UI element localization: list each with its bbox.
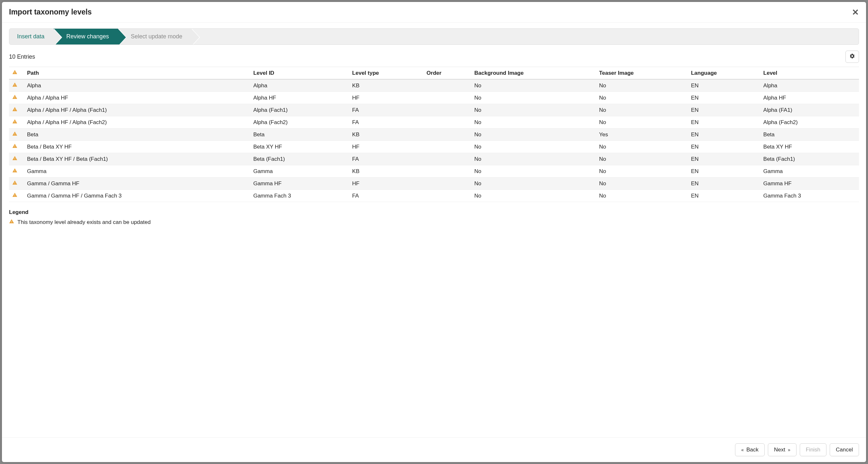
cell-level-id: Alpha (250, 79, 349, 92)
cell-level-type: FA (349, 116, 423, 128)
row-status (9, 116, 24, 128)
table-row[interactable]: BetaBetaKBNoYesENBeta (9, 128, 859, 141)
cell-teaser-image: No (596, 141, 688, 153)
col-bg-image[interactable]: Background Image (471, 67, 596, 80)
next-button-label: Next (774, 446, 785, 453)
modal-body: Insert data Review changes Select update… (2, 23, 866, 437)
cell-teaser-image: No (596, 92, 688, 104)
warning-triangle-icon (12, 119, 18, 125)
wizard-step-review-changes[interactable]: Review changes (54, 29, 118, 45)
col-path[interactable]: Path (24, 67, 250, 80)
cell-bg-image: No (471, 104, 596, 116)
cell-path: Alpha / Alpha HF / Alpha (Fach2) (24, 116, 250, 128)
col-status (9, 67, 24, 80)
cell-language: EN (688, 153, 760, 165)
cell-bg-image: No (471, 92, 596, 104)
cell-language: EN (688, 128, 760, 141)
next-button[interactable]: Next » (768, 443, 797, 456)
table-row[interactable]: Alpha / Alpha HF / Alpha (Fach2)Alpha (F… (9, 116, 859, 128)
cell-bg-image: No (471, 153, 596, 165)
cell-path: Alpha / Alpha HF / Alpha (Fach1) (24, 104, 250, 116)
entries-count: 10 Entries (9, 54, 35, 60)
cell-language: EN (688, 92, 760, 104)
cell-level: Gamma HF (760, 178, 859, 190)
warning-triangle-icon (12, 107, 18, 113)
chevron-right-icon: » (788, 447, 790, 452)
table-row[interactable]: Gamma / Gamma HF / Gamma Fach 3Gamma Fac… (9, 190, 859, 202)
cell-language: EN (688, 190, 760, 202)
col-level-type[interactable]: Level type (349, 67, 423, 80)
modal-title: Import taxonomy levels (9, 8, 92, 17)
cell-language: EN (688, 178, 760, 190)
finish-button: Finish (800, 443, 827, 456)
cancel-button[interactable]: Cancel (830, 443, 859, 456)
row-status (9, 153, 24, 165)
row-status (9, 165, 24, 178)
cell-level-type: HF (349, 92, 423, 104)
warning-triangle-icon (12, 156, 18, 162)
row-status (9, 79, 24, 92)
cell-level: Alpha HF (760, 92, 859, 104)
cell-language: EN (688, 165, 760, 178)
cell-level-type: HF (349, 178, 423, 190)
back-button[interactable]: « Back (735, 443, 765, 456)
wizard-step-label: Select update mode (131, 33, 182, 40)
cell-bg-image: No (471, 116, 596, 128)
cell-path: Gamma (24, 165, 250, 178)
col-order[interactable]: Order (423, 67, 471, 80)
cell-level-type: HF (349, 141, 423, 153)
wizard-step-label: Review changes (66, 33, 109, 40)
cell-level-id: Alpha (Fach2) (250, 116, 349, 128)
cell-bg-image: No (471, 128, 596, 141)
cell-order (423, 178, 471, 190)
col-language[interactable]: Language (688, 67, 760, 80)
col-teaser-image[interactable]: Teaser Image (596, 67, 688, 80)
table-row[interactable]: Beta / Beta XY HFBeta XY HFHFNoNoENBeta … (9, 141, 859, 153)
cell-teaser-image: No (596, 79, 688, 92)
cell-path: Gamma / Gamma HF (24, 178, 250, 190)
legend: Legend This taxonomy level already exist… (9, 209, 859, 226)
table-row[interactable]: Alpha / Alpha HF / Alpha (Fach1)Alpha (F… (9, 104, 859, 116)
cell-path: Beta / Beta XY HF / Beta (Fach1) (24, 153, 250, 165)
cell-level: Gamma (760, 165, 859, 178)
cell-bg-image: No (471, 79, 596, 92)
back-button-label: Back (746, 446, 758, 453)
cell-level: Alpha (760, 79, 859, 92)
cell-order (423, 190, 471, 202)
warning-triangle-icon (12, 83, 18, 89)
close-icon[interactable]: ✕ (852, 8, 859, 17)
table-row[interactable]: AlphaAlphaKBNoNoENAlpha (9, 79, 859, 92)
cell-level-id: Alpha HF (250, 92, 349, 104)
cell-path: Gamma / Gamma HF / Gamma Fach 3 (24, 190, 250, 202)
table-row[interactable]: Beta / Beta XY HF / Beta (Fach1)Beta (Fa… (9, 153, 859, 165)
modal-footer: « Back Next » Finish Cancel (2, 437, 866, 462)
row-status (9, 178, 24, 190)
cell-level-type: FA (349, 190, 423, 202)
warning-triangle-icon (12, 180, 18, 186)
cell-level-type: KB (349, 165, 423, 178)
cell-order (423, 153, 471, 165)
cell-level-id: Gamma HF (250, 178, 349, 190)
wizard-steps: Insert data Review changes Select update… (9, 28, 859, 45)
table-row[interactable]: Gamma / Gamma HFGamma HFHFNoNoENGamma HF (9, 178, 859, 190)
cell-order (423, 141, 471, 153)
cell-teaser-image: No (596, 153, 688, 165)
wizard-step-insert-data[interactable]: Insert data (9, 29, 54, 45)
cell-language: EN (688, 79, 760, 92)
table-settings-button[interactable] (845, 51, 859, 63)
table-row[interactable]: GammaGammaKBNoNoENGamma (9, 165, 859, 178)
cell-teaser-image: No (596, 165, 688, 178)
row-status (9, 128, 24, 141)
cell-path: Alpha / Alpha HF (24, 92, 250, 104)
cell-level-type: FA (349, 153, 423, 165)
cell-order (423, 165, 471, 178)
cell-level: Beta (Fach1) (760, 153, 859, 165)
wizard-step-label: Insert data (17, 33, 44, 40)
col-level[interactable]: Level (760, 67, 859, 80)
cell-teaser-image: Yes (596, 128, 688, 141)
warning-triangle-icon (12, 168, 18, 174)
table-row[interactable]: Alpha / Alpha HFAlpha HFHFNoNoENAlpha HF (9, 92, 859, 104)
cell-level: Beta (760, 128, 859, 141)
col-level-id[interactable]: Level ID (250, 67, 349, 80)
cell-bg-image: No (471, 178, 596, 190)
